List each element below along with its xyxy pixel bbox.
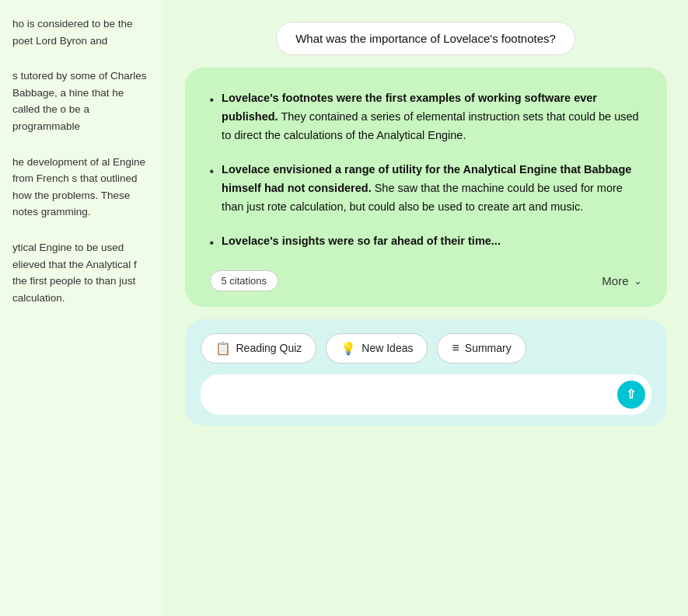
main-content: What was the importance of Lovelace's fo… — [163, 0, 688, 616]
reading-quiz-button[interactable]: 📋 Reading Quiz — [201, 333, 317, 364]
action-buttons-row: 📋 Reading Quiz 💡 New Ideas ≡ Summary — [201, 333, 651, 364]
ideas-icon: 💡 — [341, 341, 356, 356]
answer-point-2: • Lovelace envisioned a range of utility… — [210, 161, 642, 217]
point-text-1: Lovelace's footnotes were the first exam… — [222, 89, 641, 145]
sidebar-section-1: ho is considered to be the poet Lord Byr… — [12, 16, 154, 49]
chevron-down-icon: ⌄ — [634, 275, 642, 287]
point-text-2: Lovelace envisioned a range of utility f… — [222, 161, 641, 217]
sidebar: ho is considered to be the poet Lord Byr… — [0, 0, 163, 616]
answer-points-list: • Lovelace's footnotes were the first ex… — [210, 89, 642, 253]
sidebar-section-3: he development of al Engine from French … — [12, 154, 154, 221]
citations-label: 5 citations — [222, 275, 267, 287]
more-button[interactable]: More ⌄ — [602, 274, 641, 287]
question-text: What was the importance of Lovelace's fo… — [295, 32, 556, 45]
question-bubble: What was the importance of Lovelace's fo… — [276, 22, 575, 55]
summary-button[interactable]: ≡ Summary — [437, 333, 526, 364]
send-button[interactable]: ⇧ — [617, 381, 645, 409]
answer-point-1: • Lovelace's footnotes were the first ex… — [210, 89, 642, 145]
ideas-label: New Ideas — [361, 342, 413, 354]
answer-point-3: • Lovelace's insights were so far ahead … — [210, 232, 642, 253]
answer-card: • Lovelace's footnotes were the first ex… — [185, 68, 667, 307]
sidebar-section-4: ytical Engine to be used elieved that th… — [12, 239, 154, 306]
answer-footer: 5 citations More ⌄ — [210, 270, 642, 291]
sidebar-section-2: s tutored by some of Charles Babbage, a … — [12, 68, 154, 134]
summary-icon: ≡ — [452, 341, 459, 355]
quiz-label: Reading Quiz — [236, 342, 302, 354]
quiz-icon: 📋 — [215, 341, 231, 356]
more-label: More — [602, 274, 628, 287]
point-1-rest: They contained a series of elemental ins… — [222, 110, 639, 141]
summary-label: Summary — [465, 342, 512, 354]
bullet-1: • — [210, 90, 215, 110]
new-ideas-button[interactable]: 💡 New Ideas — [326, 333, 428, 364]
point-text-3: Lovelace's insights were so far ahead of… — [222, 232, 501, 251]
send-icon: ⇧ — [626, 387, 636, 402]
bullet-2: • — [210, 162, 215, 182]
point-3-bold: Lovelace's insights were so far ahead of… — [222, 235, 501, 247]
action-panel: 📋 Reading Quiz 💡 New Ideas ≡ Summary ⇧ — [185, 319, 667, 426]
bullet-3: • — [210, 233, 215, 253]
input-row: ⇧ — [201, 374, 651, 415]
chat-input[interactable] — [213, 388, 611, 401]
citations-badge[interactable]: 5 citations — [210, 270, 279, 291]
